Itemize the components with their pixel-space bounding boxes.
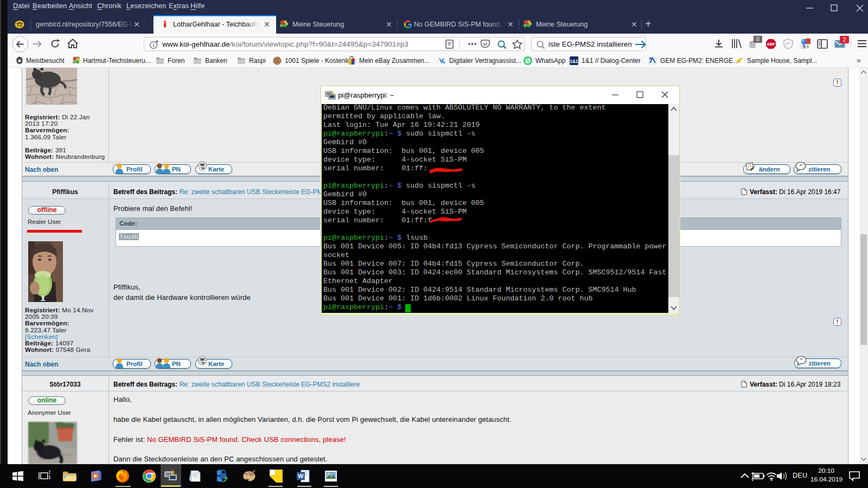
svg-text:W: W bbox=[298, 473, 304, 479]
svg-text:3: 3 bbox=[806, 44, 809, 49]
svg-text:S: S bbox=[802, 43, 806, 49]
svg-text:”: ” bbox=[800, 357, 803, 363]
svg-text:ABP: ABP bbox=[767, 42, 775, 46]
svg-text:1&1: 1&1 bbox=[570, 59, 578, 64]
svg-text:”: ” bbox=[800, 163, 802, 169]
